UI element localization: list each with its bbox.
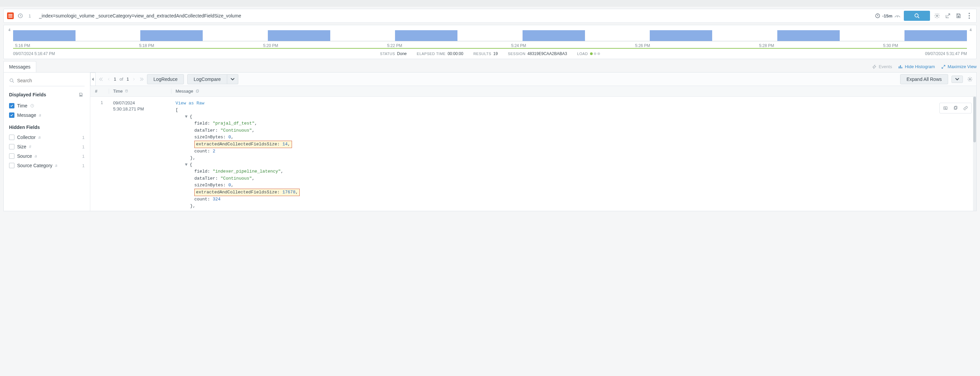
svg-rect-9 xyxy=(899,66,899,68)
histogram-ymax-right: 4 xyxy=(970,28,972,32)
displayed-fields-heading: Displayed Fields xyxy=(9,92,46,97)
collapse-sidebar-handle[interactable] xyxy=(90,73,95,86)
load-indicator xyxy=(590,53,600,55)
grid-header: # Time Message xyxy=(90,86,976,97)
row-message: View as Raw [ ▼{ field: "prajal_df_test"… xyxy=(172,100,976,209)
field-collector[interactable]: Collector a 1 xyxy=(9,132,84,142)
svg-rect-11 xyxy=(902,67,902,68)
view-as-raw-link[interactable]: View as Raw xyxy=(175,101,204,106)
highlighted-field: extractedAndCollectedFieldsSize: 14, xyxy=(194,141,292,148)
time-range-picker[interactable]: -15m xyxy=(875,13,900,19)
col-time[interactable]: Time xyxy=(109,89,172,94)
field-source-category[interactable]: Source Category a 1 xyxy=(9,161,84,170)
histogram-panel: 4 4 5:16 PM 5:18 PM 5:20 PM 5:22 PM 5:24… xyxy=(3,25,977,59)
tab-messages[interactable]: Messages xyxy=(3,61,36,72)
checkbox-icon[interactable] xyxy=(9,153,14,159)
svg-point-8 xyxy=(969,18,970,19)
inspect-icon[interactable] xyxy=(942,104,949,112)
history-icon[interactable] xyxy=(17,13,23,19)
last-page-icon[interactable] xyxy=(139,77,144,81)
copy-icon[interactable] xyxy=(952,104,959,112)
elapsed-value: 00:00:00 xyxy=(448,51,463,56)
current-page: 1 xyxy=(114,76,116,81)
checkbox-icon[interactable] xyxy=(9,144,14,150)
expand-dropdown[interactable] xyxy=(951,75,963,83)
string-type-icon: a xyxy=(39,113,41,118)
svg-rect-13 xyxy=(80,95,82,96)
line-number: 1 xyxy=(27,13,33,19)
pager: 1 of 1 xyxy=(99,76,144,81)
col-message[interactable]: Message xyxy=(172,89,976,94)
histogram-ymax-left: 4 xyxy=(8,28,10,32)
field-size[interactable]: Size # 1 xyxy=(9,142,84,151)
query-bar: 1 -15m xyxy=(3,9,977,23)
collapse-caret-icon[interactable]: ▼ xyxy=(185,161,189,168)
vertical-scrollbar[interactable] xyxy=(973,97,976,211)
string-type-icon: a xyxy=(55,163,57,168)
field-time[interactable]: Time xyxy=(9,101,84,110)
result-row: 1 09/07/2024 5:30:18.271 PM View as Raw … xyxy=(90,97,976,211)
maximize-view-link[interactable]: Maximize View xyxy=(941,64,977,69)
histogram-ticks: 5:16 PM 5:18 PM 5:20 PM 5:22 PM 5:24 PM … xyxy=(13,43,967,49)
svg-point-20 xyxy=(945,107,946,109)
status-value: Done xyxy=(397,51,407,56)
total-pages: 1 xyxy=(127,76,129,81)
query-input[interactable] xyxy=(36,13,871,19)
collapse-caret-icon[interactable]: ▼ xyxy=(185,113,189,120)
prev-page-icon[interactable] xyxy=(107,77,110,81)
svg-rect-10 xyxy=(900,65,901,68)
save-icon[interactable] xyxy=(955,12,962,19)
time-range-value: -15m xyxy=(882,13,892,19)
logcompare-button[interactable]: LogCompare xyxy=(187,74,227,84)
checkbox-icon[interactable] xyxy=(9,135,14,140)
field-message[interactable]: Message a xyxy=(9,110,84,120)
results-value: 19 xyxy=(493,51,498,56)
expand-all-button[interactable]: Expand All Rows xyxy=(900,74,948,84)
svg-rect-19 xyxy=(944,107,947,110)
share-icon[interactable] xyxy=(944,12,951,19)
svg-point-15 xyxy=(969,78,970,80)
sumo-logo-icon xyxy=(7,13,14,19)
fields-sidebar: Displayed Fields Time Message a Hidden F… xyxy=(4,73,90,211)
next-page-icon[interactable] xyxy=(132,77,135,81)
number-type-icon: # xyxy=(29,144,31,149)
table-settings-icon[interactable] xyxy=(966,75,974,83)
link-icon[interactable] xyxy=(962,104,969,112)
more-icon[interactable] xyxy=(966,12,973,19)
row-number: 1 xyxy=(90,100,109,209)
checkbox-icon[interactable] xyxy=(9,163,14,168)
range-end: 09/07/2024 5:31:47 PM xyxy=(925,51,967,56)
save-fields-icon[interactable] xyxy=(77,91,84,98)
fields-search-input[interactable] xyxy=(17,78,84,83)
svg-point-2 xyxy=(897,16,898,17)
highlighted-field: extractedAndCollectedFieldsSize: 17678, xyxy=(194,189,300,196)
row-time: 09/07/2024 5:30:18.271 PM xyxy=(109,100,172,209)
session-value: 48319E9CAA2BABA3 xyxy=(528,51,567,56)
histogram-bars[interactable] xyxy=(13,28,967,41)
gear-icon[interactable] xyxy=(933,12,941,19)
hide-histogram-link[interactable]: Hide Histogram xyxy=(898,64,935,69)
svg-point-4 xyxy=(936,15,938,17)
string-type-icon: a xyxy=(35,154,37,158)
string-type-icon: a xyxy=(38,135,41,140)
logcompare-dropdown[interactable] xyxy=(227,74,238,84)
logreduce-button[interactable]: LogReduce xyxy=(147,74,184,84)
svg-point-6 xyxy=(969,13,970,14)
svg-point-7 xyxy=(969,15,970,16)
range-start: 09/07/2024 5:16:47 PM xyxy=(13,51,55,56)
events-link[interactable]: Events xyxy=(872,64,892,69)
field-source[interactable]: Source a 1 xyxy=(9,151,84,161)
svg-rect-5 xyxy=(958,16,959,18)
checkbox-checked-icon[interactable] xyxy=(9,103,14,108)
first-page-icon[interactable] xyxy=(99,77,104,81)
svg-point-12 xyxy=(10,79,13,82)
col-number[interactable]: # xyxy=(90,89,109,94)
clock-type-icon xyxy=(30,104,34,108)
run-search-button[interactable] xyxy=(904,11,930,21)
checkbox-checked-icon[interactable] xyxy=(9,113,14,118)
hidden-fields-heading: Hidden Fields xyxy=(9,124,84,130)
svg-point-3 xyxy=(915,14,918,17)
